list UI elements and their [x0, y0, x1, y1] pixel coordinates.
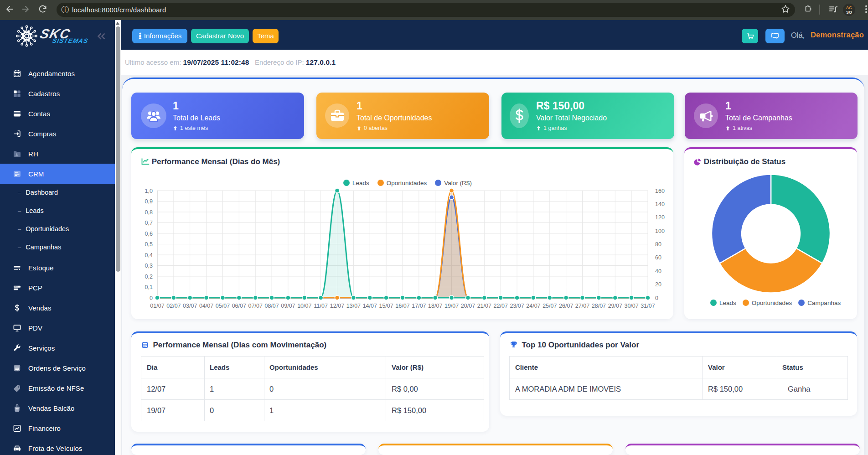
svg-text:20: 20	[655, 281, 661, 288]
svg-text:120: 120	[655, 214, 665, 221]
svg-text:17/07: 17/07	[412, 303, 426, 309]
svg-text:28/07: 28/07	[592, 303, 606, 309]
svg-text:0,9: 0,9	[145, 198, 153, 205]
svg-text:07/07: 07/07	[248, 303, 263, 309]
svg-text:100: 100	[655, 228, 665, 234]
svg-text:0,2: 0,2	[145, 274, 153, 280]
svg-text:03/07: 03/07	[183, 303, 197, 309]
svg-text:05/07: 05/07	[216, 303, 230, 309]
svg-text:0: 0	[150, 295, 153, 301]
svg-text:SISTEMAS: SISTEMAS	[52, 37, 89, 44]
svg-text:11/07: 11/07	[314, 303, 328, 309]
svg-text:0,6: 0,6	[145, 231, 153, 237]
svg-text:0,3: 0,3	[145, 263, 153, 269]
svg-text:0,5: 0,5	[145, 241, 153, 248]
svg-text:1,0: 1,0	[145, 188, 153, 194]
svg-text:22/07: 22/07	[494, 303, 508, 309]
svg-text:15/07: 15/07	[379, 303, 393, 309]
svg-text:12/07: 12/07	[330, 303, 344, 309]
svg-text:20/07: 20/07	[461, 303, 475, 309]
svg-text:06/07: 06/07	[232, 303, 246, 309]
svg-text:04/07: 04/07	[199, 303, 213, 309]
svg-text:40: 40	[655, 268, 661, 274]
svg-text:02/07: 02/07	[166, 303, 181, 309]
svg-text:21/07: 21/07	[477, 303, 491, 309]
svg-text:31/07: 31/07	[641, 303, 655, 309]
svg-text:60: 60	[655, 254, 661, 261]
svg-text:160: 160	[655, 188, 665, 194]
svg-text:13/07: 13/07	[346, 303, 361, 309]
svg-text:16/07: 16/07	[395, 303, 409, 309]
svg-text:80: 80	[655, 241, 661, 248]
svg-text:23/07: 23/07	[510, 303, 524, 309]
svg-text:24/07: 24/07	[526, 303, 540, 309]
svg-text:29/07: 29/07	[608, 303, 622, 309]
svg-text:27/07: 27/07	[575, 303, 589, 309]
svg-text:08/07: 08/07	[264, 303, 279, 309]
svg-text:0,1: 0,1	[145, 284, 153, 290]
svg-text:14/07: 14/07	[363, 303, 377, 309]
svg-text:0: 0	[655, 295, 658, 301]
svg-text:26/07: 26/07	[559, 303, 573, 309]
svg-text:18/07: 18/07	[428, 303, 442, 309]
svg-text:01/07: 01/07	[150, 303, 164, 309]
svg-text:0,8: 0,8	[145, 209, 153, 216]
svg-text:0,4: 0,4	[145, 252, 153, 259]
svg-text:0,7: 0,7	[145, 220, 153, 226]
svg-text:19/07: 19/07	[444, 303, 459, 309]
svg-text:30/07: 30/07	[624, 303, 638, 309]
svg-text:09/07: 09/07	[281, 303, 295, 309]
svg-text:10/07: 10/07	[297, 303, 311, 309]
svg-text:140: 140	[655, 201, 665, 207]
svg-text:25/07: 25/07	[542, 303, 557, 309]
